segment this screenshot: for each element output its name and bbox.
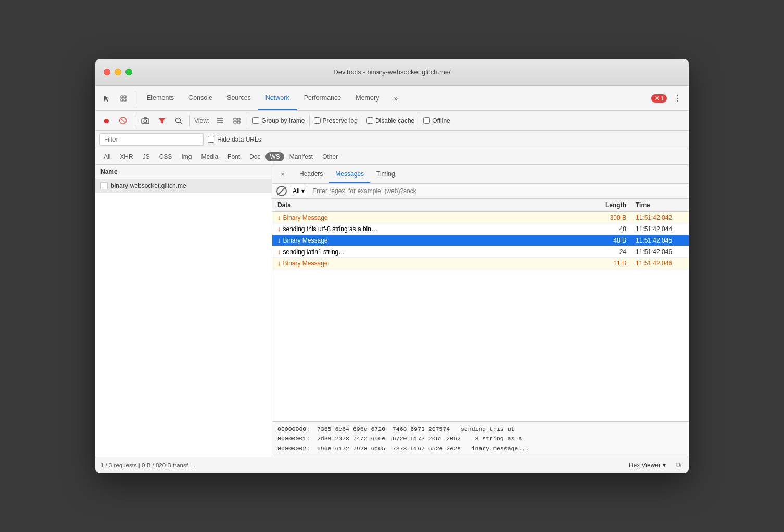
- no-filter-icon[interactable]: [276, 186, 287, 196]
- filter-font[interactable]: Font: [223, 152, 244, 161]
- filter-other[interactable]: Other: [318, 152, 342, 161]
- cursor-icon[interactable]: [99, 91, 114, 106]
- message-row[interactable]: ↓ Binary Message 300 B 11:51:42.042: [272, 212, 689, 223]
- msg-data-text: Binary Message: [283, 260, 328, 267]
- request-item[interactable]: binary-websocket.glitch.me: [95, 179, 272, 193]
- col-header-time: Time: [631, 201, 689, 209]
- group-by-frame-label[interactable]: Group by frame: [252, 117, 305, 124]
- filter-manifest[interactable]: Manifest: [285, 152, 317, 161]
- record-button[interactable]: ⏺: [99, 114, 113, 128]
- filter-doc[interactable]: Doc: [245, 152, 264, 161]
- message-row[interactable]: ↓ Binary Message 11 B 11:51:42.046: [272, 258, 689, 269]
- requests-header: Name: [95, 165, 272, 179]
- svg-rect-12: [237, 118, 240, 120]
- details-panel: × Headers Messages Timing All ▾ Data Len…: [272, 165, 689, 457]
- disable-cache-label[interactable]: Disable cache: [366, 117, 414, 124]
- network-toolbar-divider-2: [189, 115, 190, 126]
- close-detail-button[interactable]: ×: [276, 168, 289, 181]
- tab-sources[interactable]: Sources: [220, 86, 258, 110]
- hex-viewer-arrow-icon: ▾: [663, 462, 666, 469]
- hide-data-urls-label[interactable]: Hide data URLs: [208, 136, 261, 143]
- detail-tab-messages[interactable]: Messages: [329, 165, 370, 183]
- tab-elements[interactable]: Elements: [140, 86, 181, 110]
- title-bar: × − + DevTools - binary-websocket.glitch…: [95, 59, 689, 86]
- regex-filter-input[interactable]: [310, 186, 685, 196]
- message-type-select[interactable]: All ▾: [290, 186, 307, 196]
- group-by-frame-text: Group by frame: [261, 117, 305, 124]
- maximize-button[interactable]: +: [125, 69, 132, 75]
- msg-data-cell: ↓ Binary Message: [272, 258, 585, 269]
- devtools-window: × − + DevTools - binary-websocket.glitch…: [95, 59, 689, 473]
- copy-button[interactable]: ⧉: [673, 460, 684, 471]
- hide-data-urls-checkbox[interactable]: [208, 136, 214, 143]
- arrow-down-icon: ↓: [277, 225, 281, 233]
- arrow-down-icon: ↓: [277, 213, 281, 221]
- tab-overflow-button[interactable]: »: [388, 91, 403, 106]
- detail-tab-headers[interactable]: Headers: [293, 165, 329, 183]
- preserve-log-checkbox[interactable]: [314, 117, 321, 124]
- status-text: 1 / 3 requests | 0 B / 820 B transf…: [100, 462, 622, 468]
- svg-rect-2: [121, 99, 123, 101]
- detail-tab-timing[interactable]: Timing: [370, 165, 401, 183]
- svg-rect-3: [124, 99, 126, 101]
- svg-rect-11: [234, 118, 236, 120]
- msg-length-cell: 11 B: [585, 260, 631, 267]
- clear-button[interactable]: 🚫: [116, 114, 130, 128]
- traffic-lights: × − +: [104, 69, 132, 75]
- messages-filter: All ▾: [272, 184, 689, 199]
- search-button[interactable]: [172, 114, 185, 128]
- more-options-button[interactable]: ⋮: [670, 91, 685, 106]
- tab-network[interactable]: Network: [258, 86, 297, 110]
- svg-rect-1: [124, 96, 126, 98]
- filter-input[interactable]: [99, 133, 204, 146]
- inspect-icon[interactable]: [116, 91, 131, 106]
- grid-view-icon[interactable]: [230, 114, 244, 128]
- messages-table: Data Length Time ↓ Binary Message 300 B …: [272, 199, 689, 421]
- msg-length-cell: 300 B: [585, 214, 631, 221]
- network-toolbar-divider-4: [309, 115, 310, 126]
- list-view-icon[interactable]: [213, 114, 227, 128]
- message-row[interactable]: ↓ sending latin1 string… 24 11:51:42.046: [272, 246, 689, 258]
- msg-time-cell: 11:51:42.044: [631, 225, 689, 233]
- filter-img[interactable]: Img: [177, 152, 196, 161]
- filter-button[interactable]: [155, 114, 169, 128]
- msg-data-text: sending latin1 string…: [283, 248, 345, 256]
- tab-memory[interactable]: Memory: [348, 86, 386, 110]
- hex-line-2: 00000001: 2d38 2073 7472 696e 6720 6173 …: [277, 434, 684, 444]
- msg-time-cell: 11:51:42.045: [631, 237, 689, 244]
- col-header-length: Length: [585, 201, 631, 209]
- message-row[interactable]: ↓ Binary Message 48 B 11:51:42.045: [272, 235, 689, 246]
- svg-rect-0: [121, 96, 123, 98]
- disable-cache-checkbox[interactable]: [366, 117, 373, 124]
- disable-cache-text: Disable cache: [375, 117, 414, 124]
- dropdown-arrow: ▾: [301, 187, 305, 195]
- tab-console[interactable]: Console: [181, 86, 220, 110]
- group-by-frame-checkbox[interactable]: [252, 117, 259, 124]
- minimize-button[interactable]: −: [115, 69, 121, 75]
- filter-all[interactable]: All: [99, 152, 115, 161]
- main-content: Name binary-websocket.glitch.me × Header…: [95, 165, 689, 457]
- offline-checkbox[interactable]: [423, 117, 430, 124]
- preserve-log-label[interactable]: Preserve log: [314, 117, 358, 124]
- hex-viewer-button[interactable]: Hex Viewer ▾: [626, 461, 669, 470]
- main-toolbar: Elements Console Sources Network Perform…: [95, 86, 689, 111]
- requests-panel: Name binary-websocket.glitch.me: [95, 165, 272, 457]
- svg-point-5: [144, 120, 147, 123]
- message-row[interactable]: ↓ sending this utf-8 string as a bin… 48…: [272, 223, 689, 235]
- close-button[interactable]: ×: [104, 69, 110, 75]
- filter-xhr[interactable]: XHR: [116, 152, 137, 161]
- msg-data-text: Binary Message: [283, 214, 328, 221]
- hex-line-3: 00000002: 696e 6172 7920 6d65 7373 6167 …: [277, 444, 684, 453]
- hex-line-1: 00000000: 7365 6e64 696e 6720 7468 6973 …: [277, 425, 684, 434]
- camera-button[interactable]: [138, 114, 152, 128]
- offline-label[interactable]: Offline: [423, 117, 450, 124]
- network-toolbar-divider-1: [134, 115, 134, 126]
- filter-media[interactable]: Media: [197, 152, 222, 161]
- filter-css[interactable]: CSS: [155, 152, 176, 161]
- request-name: binary-websocket.glitch.me: [111, 182, 186, 189]
- filter-ws[interactable]: WS: [265, 152, 284, 161]
- msg-length-cell: 24: [585, 248, 631, 256]
- network-toolbar-divider-5: [362, 115, 362, 126]
- filter-js[interactable]: JS: [138, 152, 154, 161]
- tab-performance[interactable]: Performance: [297, 86, 349, 110]
